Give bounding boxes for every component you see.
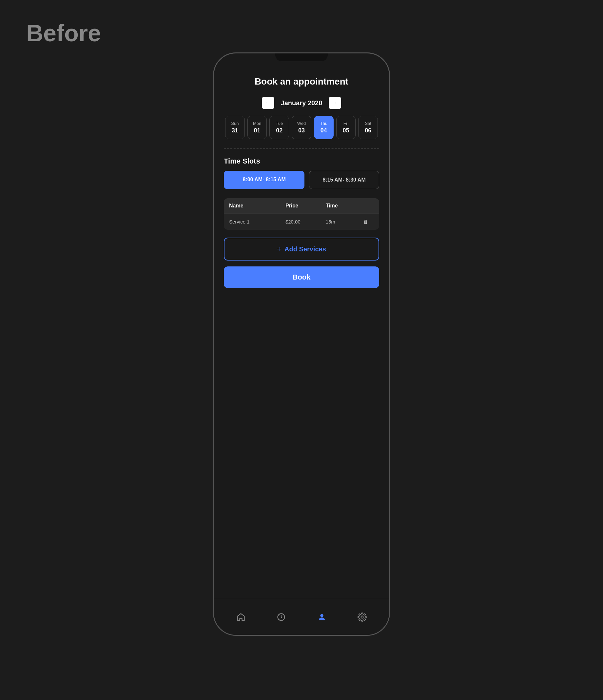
delete-service-button[interactable]: 🗑 — [358, 219, 374, 224]
nav-profile[interactable] — [317, 612, 326, 622]
plus-icon: + — [277, 245, 281, 253]
home-icon — [236, 612, 246, 622]
app-title: Book an appointment — [224, 76, 379, 87]
time-slot-2[interactable]: 8:15 AM- 8:30 AM — [309, 171, 379, 189]
time-slots-heading: Time Slots — [224, 157, 379, 166]
side-button-left — [213, 145, 214, 171]
settings-icon — [357, 612, 367, 622]
nav-home[interactable] — [236, 612, 246, 622]
phone-frame: Book an appointment ← January 2020 → Sun… — [213, 52, 390, 636]
days-row: Sun 31 Mon 01 Tue 02 Wed 03 Thu 04 — [224, 116, 379, 139]
day-mon[interactable]: Mon 01 — [247, 116, 267, 139]
phone-content: Book an appointment ← January 2020 → Sun… — [214, 53, 389, 599]
clock-icon — [277, 612, 286, 622]
time-slots-row: 8:00 AM- 8:15 AM 8:15 AM- 8:30 AM — [224, 171, 379, 189]
day-fri[interactable]: Fri 05 — [336, 116, 356, 139]
table-header: Name Price Time — [224, 198, 379, 213]
book-button[interactable]: Book — [224, 267, 379, 288]
col-header-time: Time — [326, 203, 358, 209]
next-month-button[interactable]: → — [329, 97, 341, 109]
bottom-nav — [214, 599, 389, 635]
before-label: Before — [26, 20, 101, 47]
col-header-name: Name — [229, 203, 285, 209]
day-sat[interactable]: Sat 06 — [358, 116, 378, 139]
col-header-price: Price — [285, 203, 326, 209]
phone-notch — [275, 53, 328, 61]
time-slot-1[interactable]: 8:00 AM- 8:15 AM — [224, 171, 304, 189]
user-icon — [317, 612, 326, 622]
side-button-right — [389, 126, 390, 165]
nav-settings[interactable] — [357, 612, 367, 622]
add-services-label: Add Services — [284, 246, 326, 253]
day-thu-active[interactable]: Thu 04 — [314, 116, 334, 139]
month-nav: ← January 2020 → — [224, 97, 379, 109]
day-wed[interactable]: Wed 03 — [292, 116, 311, 139]
book-label: Book — [293, 273, 311, 281]
phone-wrapper: Book an appointment ← January 2020 → Sun… — [213, 52, 390, 636]
table-row: Service 1 $20.00 15m 🗑 — [224, 213, 379, 230]
nav-history[interactable] — [277, 612, 286, 622]
month-label: January 2020 — [281, 99, 323, 107]
day-sun[interactable]: Sun 31 — [225, 116, 245, 139]
section-divider — [224, 148, 379, 149]
day-tue[interactable]: Tue 02 — [269, 116, 289, 139]
add-services-button[interactable]: + Add Services — [224, 238, 379, 260]
trash-icon: 🗑 — [363, 219, 368, 224]
service-time: 15m — [326, 219, 358, 224]
svg-point-2 — [361, 616, 363, 618]
service-price: $20.00 — [285, 219, 326, 224]
col-header-action — [358, 203, 374, 209]
service-name: Service 1 — [229, 219, 285, 224]
services-table: Name Price Time Service 1 $20.00 15m 🗑 — [224, 198, 379, 230]
prev-month-button[interactable]: ← — [262, 97, 274, 109]
svg-point-1 — [320, 614, 323, 617]
